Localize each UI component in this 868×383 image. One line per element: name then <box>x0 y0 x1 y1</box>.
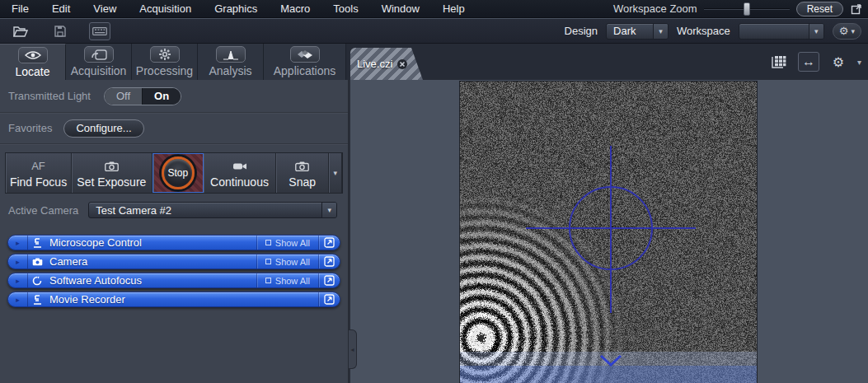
camera-icon <box>105 159 119 174</box>
design-select[interactable]: Dark ▾ <box>606 23 669 40</box>
tool-panels: ▸ Microscope Control Show All ▸ Came <box>0 235 348 307</box>
panel-microscope-control[interactable]: ▸ Microscope Control Show All <box>7 235 340 250</box>
chevron-down-icon[interactable]: ▾ <box>857 58 861 67</box>
gear-icon: ⚙ <box>839 26 849 36</box>
more-actions-dropdown[interactable]: ▾ <box>329 153 342 193</box>
workspace-zoom-label: Workspace Zoom <box>613 2 697 15</box>
chevron-down-icon: ▾ <box>851 27 855 35</box>
tab-label: Acquisition <box>71 64 127 77</box>
find-focus-button[interactable]: AF Find Focus <box>6 153 72 193</box>
af-icon: AF <box>31 159 45 174</box>
active-camera-select[interactable]: Test Camera #2 ▾ <box>88 202 337 218</box>
menu-edit[interactable]: Edit <box>40 0 82 18</box>
panel-movie-recorder[interactable]: ▸ Movie Recorder <box>7 292 340 307</box>
onscreen-keypad-button[interactable] <box>89 22 110 40</box>
set-exposure-button[interactable]: Set Exposure <box>72 153 152 193</box>
main-tab-strip: Locate Acquisition Processing Analysis A… <box>0 44 868 80</box>
chevron-down-icon: ▾ <box>809 24 823 39</box>
tab-processing[interactable]: Processing <box>132 44 198 80</box>
reset-button[interactable]: Reset <box>796 2 843 16</box>
eye-icon <box>18 47 48 63</box>
expander-icon[interactable]: ▸ <box>8 255 28 269</box>
checkbox-icon[interactable] <box>265 259 271 264</box>
undock-panel-icon[interactable] <box>318 236 340 250</box>
expander-icon[interactable]: ▸ <box>8 273 28 287</box>
undock-panel-icon[interactable] <box>318 292 340 306</box>
tab-label: Applications <box>274 64 336 77</box>
camera-icon <box>295 159 309 174</box>
toggle-off[interactable]: Off <box>105 88 143 105</box>
favorites-label: Favorites <box>8 122 52 134</box>
close-icon[interactable] <box>396 58 408 70</box>
menu-acquisition[interactable]: Acquisition <box>128 0 203 18</box>
menu-graphics[interactable]: Graphics <box>203 0 269 18</box>
live-image[interactable] <box>459 81 758 383</box>
panel-camera[interactable]: ▸ Camera Show All <box>7 254 340 269</box>
configure-favorites-button[interactable]: Configure... <box>63 119 143 138</box>
chevron-down-icon: ▾ <box>321 203 336 217</box>
collapse-panel-handle[interactable]: ◂ <box>349 329 357 369</box>
panel-software-autofocus[interactable]: ▸ Software Autofocus Show All <box>7 273 340 288</box>
checkbox-icon[interactable] <box>265 278 271 283</box>
menu-items: File Edit View Acquisition Graphics Macr… <box>0 0 476 18</box>
transmitted-light-toggle[interactable]: Off On <box>104 87 181 105</box>
workspace-settings-button[interactable]: ⚙ ▾ <box>833 23 861 40</box>
toolbar: Design Dark ▾ Workspace ▾ ⚙ ▾ <box>0 19 868 44</box>
gear-icon <box>150 46 180 63</box>
movie-icon <box>28 295 46 305</box>
collapse-left-icon: ◂ <box>350 346 354 353</box>
menu-bar: File Edit View Acquisition Graphics Macr… <box>0 0 868 18</box>
show-all-toggle[interactable]: Show All <box>256 273 318 287</box>
tab-label: Locate <box>15 65 49 78</box>
microscope-icon <box>28 238 46 248</box>
undock-panel-icon[interactable] <box>318 273 340 287</box>
document-area <box>350 80 868 383</box>
document-tab-live[interactable]: Live.czi <box>350 48 423 80</box>
design-value: Dark <box>607 25 653 37</box>
menu-tools[interactable]: Tools <box>321 0 369 18</box>
stop-circle[interactable]: Stop <box>162 156 195 189</box>
expander-icon[interactable]: ▸ <box>8 292 28 306</box>
menu-view[interactable]: View <box>82 0 128 18</box>
gear-icon[interactable]: ⚙ <box>828 52 849 72</box>
active-camera-value: Test Camera #2 <box>89 204 321 217</box>
undock-window-icon[interactable] <box>850 2 863 16</box>
video-camera-icon <box>232 159 247 174</box>
menu-file[interactable]: File <box>0 0 40 18</box>
workspace-select[interactable]: ▾ <box>739 23 824 40</box>
checkbox-icon[interactable] <box>265 240 271 245</box>
document-tab-title: Live.czi <box>357 58 392 70</box>
layout-grid-icon[interactable] <box>768 52 790 72</box>
fit-width-icon[interactable]: ↔ <box>798 52 819 72</box>
stop-button[interactable]: Stop <box>152 153 204 193</box>
show-all-toggle[interactable]: Show All <box>256 236 318 250</box>
tab-label: Analysis <box>209 64 251 77</box>
transmitted-light-label: Transmitted Light <box>8 90 91 102</box>
left-tool-panel: Transmitted Light Off On Favorites Confi… <box>0 80 349 383</box>
continuous-button[interactable]: Continuous <box>204 153 276 193</box>
tab-label: Processing <box>136 64 193 77</box>
save-button[interactable] <box>49 22 71 40</box>
expander-icon[interactable]: ▸ <box>8 236 28 250</box>
tab-acquisition[interactable]: Acquisition <box>66 44 132 80</box>
camera-action-bar: AF Find Focus Set Exposure Stop Continuo… <box>5 152 343 194</box>
menu-macro[interactable]: Macro <box>269 0 321 18</box>
menu-help[interactable]: Help <box>431 0 476 18</box>
open-file-button[interactable] <box>10 22 31 40</box>
slider-handle[interactable] <box>744 2 750 16</box>
undock-panel-icon[interactable] <box>318 255 340 269</box>
workspace-label: Workspace <box>677 25 730 37</box>
camera-icon <box>28 258 46 266</box>
show-all-toggle[interactable]: Show All <box>256 255 318 269</box>
toggle-on[interactable]: On <box>143 88 181 105</box>
tab-analysis[interactable]: Analysis <box>198 44 264 80</box>
workspace-zoom-slider[interactable] <box>704 2 790 16</box>
applications-icon <box>290 46 320 63</box>
design-label: Design <box>565 25 598 37</box>
tab-locate[interactable]: Locate <box>0 44 66 80</box>
menu-window[interactable]: Window <box>370 0 431 18</box>
acquisition-icon <box>84 46 114 63</box>
active-camera-label: Active Camera <box>8 204 78 217</box>
tab-applications[interactable]: Applications <box>264 44 346 80</box>
snap-button[interactable]: Snap <box>276 153 329 193</box>
